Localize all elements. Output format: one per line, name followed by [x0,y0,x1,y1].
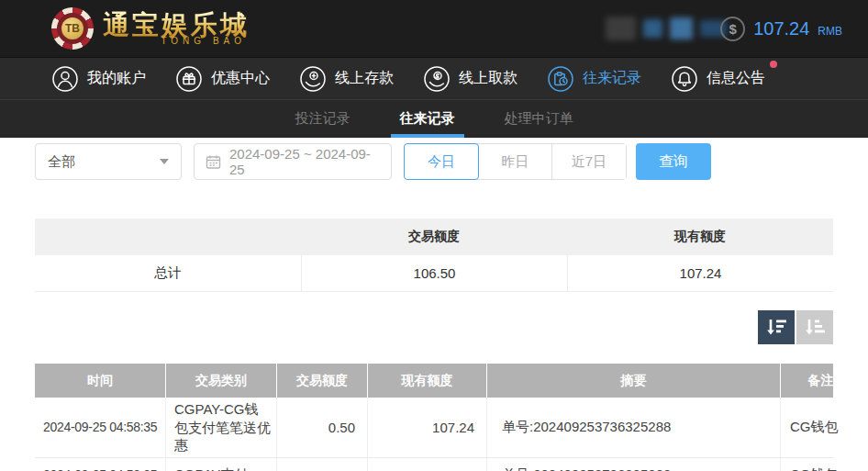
cell-note: CG钱包 [780,458,861,471]
range-yesterday-button[interactable]: 昨日 [479,144,552,179]
quick-range-group: 今日 昨日 近7日 [404,143,627,180]
tab-pending-orders[interactable]: 处理中订单 [495,100,583,138]
balance-currency: RMB [818,25,842,38]
type-select[interactable]: 全部 [35,143,182,180]
summary-total-label: 总计 [35,255,301,291]
top-header-bar: TB 通宝娱乐城 TONG BAO $ 107.24 RMB [0,0,868,57]
col-header-amount: 交易额度 [276,364,367,398]
filter-row: 全部 2024-09-25 ~ 2024-09-25 今日 昨日 近7日 查询 [35,143,833,180]
chevron-down-icon [160,159,169,164]
summary-balance-total: 107.24 [567,255,833,291]
cell-category: CGPAY-CG钱包支付笔笔送优惠 [165,398,276,457]
sort-ascending-button[interactable] [796,310,833,344]
nav-label: 线上取款 [459,69,517,88]
summary-header-transaction-amount: 交易额度 [301,229,567,245]
redacted-block [606,17,636,40]
nav-label: 信息公告 [707,69,765,88]
redacted-block [643,19,662,38]
summary-header-current-balance: 现有额度 [567,229,833,245]
nav-label: 往来记录 [583,69,641,88]
range-label: 昨日 [502,153,529,171]
cell-note: CG钱包 [780,398,861,457]
summary-transaction-total: 106.50 [301,255,567,291]
record-subtabs: 投注记录 往来记录 处理中订单 [0,99,868,138]
col-header-category: 交易类别 [165,364,276,398]
cell-balance: 106.74 [367,458,486,471]
subtab-label: 投注记录 [295,110,351,128]
col-header-balance: 现有额度 [367,364,486,398]
summary-table: 交易额度 现有额度 总计 106.50 107.24 [35,219,833,292]
site-logo[interactable]: TB 通宝娱乐城 TONG BAO [51,7,250,50]
nav-item-transaction-records[interactable]: 往来记录 [547,65,641,93]
deposit-coin-icon [299,65,327,93]
nav-item-deposit[interactable]: 线上存款 [299,65,394,93]
table-row: 2024-09-25 04:58:35 CGPAY-CG钱包支付笔笔送优惠 0.… [35,398,833,458]
records-header-row: 时间 交易类别 交易额度 现有额度 摘要 备注 [35,364,833,398]
gift-icon [175,65,203,93]
sort-descending-icon [765,318,787,337]
nav-item-my-account[interactable]: 我的账户 [51,65,146,93]
summary-header-row: 交易额度 现有额度 [35,219,833,255]
nav-label: 线上存款 [335,69,394,88]
cell-category: CGPAY支付 [165,458,276,471]
main-navigation: 我的账户 优惠中心 线上存款 线上取款 往来记录 信息公告 [0,57,868,99]
table-row: 2024-09-25 04:58:35 CGPAY支付 100.00 106.7… [35,458,833,471]
records-table: 时间 交易类别 交易额度 现有额度 摘要 备注 2024-09-25 04:58… [35,364,833,471]
col-header-summary: 摘要 [486,364,780,398]
nav-item-withdraw[interactable]: 线上取款 [423,65,517,93]
nav-label: 我的账户 [87,69,146,88]
subtab-label: 往来记录 [400,110,455,128]
subtab-label: 处理中订单 [505,110,573,128]
cell-amount: 100.00 [276,458,367,471]
cell-summary: 单号:202409253736325288 [486,458,780,471]
nav-label: 优惠中心 [211,69,270,88]
site-subtitle: TONG BAO [161,36,250,46]
cell-amount: 0.50 [276,398,367,457]
balance-amount: 107.24 [753,18,809,39]
records-clipboard-icon [547,65,574,93]
cell-time: 2024-09-25 04:58:35 [35,398,165,457]
nav-item-announcements[interactable]: 信息公告 [671,65,765,93]
user-icon [51,65,79,93]
dollar-circle-icon: $ [720,17,745,41]
nav-item-promotions[interactable]: 优惠中心 [175,65,270,93]
col-header-time: 时间 [35,364,165,398]
col-header-note: 备注 [780,364,861,398]
cell-summary: 单号:202409253736325288 [486,398,780,457]
range-today-button[interactable]: 今日 [404,143,479,180]
notification-dot [770,61,777,68]
cell-time: 2024-09-25 04:58:35 [35,458,165,471]
redacted-block [670,17,693,39]
main-content: 全部 2024-09-25 ~ 2024-09-25 今日 昨日 近7日 查询 … [0,143,868,471]
search-button[interactable]: 查询 [636,143,711,180]
tab-transaction-records[interactable]: 往来记录 [391,100,464,138]
range-last7days-button[interactable]: 近7日 [552,144,626,179]
range-label: 今日 [428,153,455,171]
cell-balance: 107.24 [367,398,486,457]
range-label: 近7日 [572,153,606,171]
calendar-icon [206,154,221,170]
sort-descending-button[interactable] [758,310,795,344]
logo-text: 通宝娱乐城 TONG BAO [103,11,250,46]
account-balance[interactable]: $ 107.24 RMB [720,0,842,57]
summary-total-row: 总计 106.50 107.24 [35,255,833,292]
withdraw-coin-icon [423,65,451,93]
date-range-input[interactable]: 2024-09-25 ~ 2024-09-25 [194,143,392,180]
sort-ascending-icon [804,318,826,337]
chip-label: TB [61,17,83,39]
site-title: 通宝娱乐城 [103,11,250,39]
tab-betting-records[interactable]: 投注记录 [286,100,360,138]
poker-chip-logo-icon: TB [51,7,94,50]
sort-controls [35,310,833,344]
username-redacted [606,16,727,41]
type-select-value: 全部 [48,153,75,171]
bell-icon [671,65,698,93]
date-range-value: 2024-09-25 ~ 2024-09-25 [229,146,380,177]
